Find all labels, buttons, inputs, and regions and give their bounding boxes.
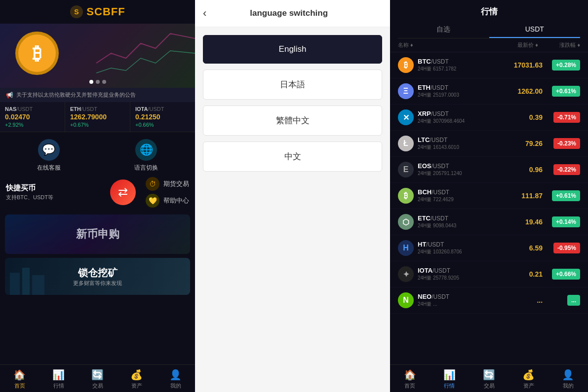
ticker-eth[interactable]: ETH/USDT 1262.79000 +0.67% — [65, 102, 130, 132]
back-button[interactable]: ‹ — [203, 7, 206, 20]
coin-icon-neo: N — [398, 292, 414, 308]
rnav-home[interactable]: 🏠 首页 — [390, 369, 430, 390]
middle-header: ‹ language switching — [195, 0, 390, 27]
coin-name-iota: IOTA/USDT — [418, 267, 480, 274]
futures-menu-item[interactable]: ⏱ 期货交易 — [146, 177, 189, 191]
help-icon: 💛 — [146, 194, 159, 208]
badge-btc: +0.28% — [552, 60, 580, 71]
rnav-trade[interactable]: 🔄 交易 — [469, 369, 509, 390]
rnav-assets-icon: 💰 — [522, 369, 535, 381]
feature-title: 快捷买币 — [6, 183, 53, 193]
coin-row-iota[interactable]: ✦ IOTA/USDT 24H量 25778.9205 0.21 +0.66% — [390, 261, 588, 287]
svg-rect-5 — [5, 214, 190, 254]
rnav-market[interactable]: 📊 行情 — [430, 369, 469, 390]
coin-vol-neo: 24H量 ... — [418, 301, 480, 308]
banner-dot-1 — [89, 80, 93, 84]
coin-price-eos: 0.96 — [480, 166, 543, 174]
coin-row-ht[interactable]: H HT/USDT 24H量 103260.8706 6.59 -0.95% — [390, 235, 588, 261]
lang-simplified-chinese[interactable]: 中文 — [203, 142, 382, 172]
ticker-row: NAS/USDT 0.02470 +2.92% ETH/USDT 1262.79… — [0, 102, 195, 132]
nav-assets[interactable]: 💰 资产 — [117, 369, 156, 390]
coin-row-bch[interactable]: ₿ BCH/USDT 24H量 722.4629 111.87 +0.61% — [390, 183, 588, 209]
help-label: 帮助中心 — [163, 196, 189, 205]
banner-dot-3 — [102, 80, 106, 84]
column-headers: 名称 ♦ 最新价 ♦ 涨跌幅 ♦ — [390, 38, 588, 52]
coin-row-btc[interactable]: ₿ BTC/USDT 24H量 6157.1782 17031.63 +0.28… — [390, 52, 588, 78]
promo-banner-mining[interactable]: 锁仓挖矿 更多财富等你来发现 — [5, 258, 190, 295]
promo-banner-new-coin[interactable]: 新币申购 — [5, 214, 190, 254]
badge-eth: +0.61% — [552, 86, 580, 97]
promo1-bg-decoration — [5, 214, 190, 254]
svg-text:S: S — [75, 8, 79, 16]
tab-watchlist[interactable]: 自选 — [398, 21, 489, 38]
coin-vol-bch: 24H量 722.4629 — [418, 196, 480, 203]
bitcoin-image: ₿ — [15, 31, 59, 75]
coin-info-bch: BCH/USDT 24H量 722.4629 — [418, 188, 480, 203]
nav-profile[interactable]: 👤 我的 — [156, 369, 195, 390]
coin-icon-xrp: ✕ — [398, 109, 414, 125]
quick-customer-service[interactable]: 💬 在线客服 — [37, 139, 61, 172]
lang-traditional-chinese[interactable]: 繁體中文 — [203, 106, 382, 136]
coin-name-eth: ETH/USDT — [418, 84, 480, 91]
ticker-iota[interactable]: IOTA/USDT 0.21250 +0.66% — [130, 102, 195, 132]
logo-icon: S — [70, 5, 83, 19]
ticker-eth-price: 1262.79000 — [70, 113, 125, 121]
rnav-assets[interactable]: 💰 资产 — [509, 369, 549, 390]
coin-price-xrp: 0.39 — [480, 113, 543, 121]
nav-market-label: 行情 — [53, 382, 64, 390]
coin-info-xrp: XRP/USDT 24H量 3070968.4604 — [418, 110, 480, 125]
coin-row-ltc[interactable]: Ł LTC/USDT 24H量 16143.6010 79.26 -0.23% — [390, 131, 588, 157]
lang-english[interactable]: English — [203, 35, 382, 64]
feature-icon-circle[interactable]: ⇄ — [110, 179, 136, 205]
coin-row-xrp[interactable]: ✕ XRP/USDT 24H量 3070968.4604 0.39 -0.71% — [390, 105, 588, 131]
coin-price-bch: 111.87 — [480, 192, 543, 200]
nav-trade[interactable]: 🔄 交易 — [78, 369, 117, 390]
coin-badge-iota: +0.66% — [543, 269, 580, 280]
middle-title: language switching — [212, 8, 365, 18]
badge-eos: -0.22% — [553, 164, 580, 175]
customer-service-icon: 💬 — [42, 143, 55, 156]
coin-vol-ht: 24H量 103260.8706 — [418, 249, 480, 255]
coin-badge-eos: -0.22% — [543, 164, 580, 175]
svg-rect-7 — [10, 273, 20, 295]
lang-japanese[interactable]: 日本語 — [203, 70, 382, 100]
coin-row-neo[interactable]: N NEO/USDT 24H量 ... ... ... — [390, 287, 588, 314]
coin-info-ht: HT/USDT 24H量 103260.8706 — [418, 241, 480, 255]
badge-bch: +0.61% — [552, 190, 580, 201]
coin-price-iota: 0.21 — [480, 270, 543, 278]
coin-price-ltc: 79.26 — [480, 140, 543, 147]
ticker-iota-change: +0.66% — [135, 122, 190, 128]
promo2-sub: 更多财富等你来发现 — [73, 280, 122, 287]
tab-usdt[interactable]: USDT — [489, 21, 581, 38]
rnav-home-icon: 🏠 — [404, 369, 416, 381]
rnav-market-icon: 📊 — [443, 369, 456, 381]
customer-service-icon-wrap: 💬 — [38, 139, 60, 161]
nav-market[interactable]: 📊 行情 — [39, 369, 78, 390]
feature-menu: ⏱ 期货交易 💛 帮助中心 — [146, 177, 189, 208]
rnav-profile[interactable]: 👤 我的 — [549, 369, 588, 390]
coin-icon-ht: H — [398, 240, 414, 256]
coin-row-eos[interactable]: E EOS/USDT 24H量 205791.1240 0.96 -0.22% — [390, 157, 588, 183]
coin-name-xrp: XRP/USDT — [418, 110, 480, 117]
badge-iota: +0.66% — [552, 269, 580, 280]
coin-price-ht: 6.59 — [480, 244, 543, 252]
coin-price-eth: 1262.00 — [480, 87, 543, 95]
ticker-nas-pair: NAS/USDT — [5, 106, 60, 112]
right-panel: 行情 自选 USDT 名称 ♦ 最新价 ♦ 涨跌幅 ♦ ₿ BTC/USDT 2… — [390, 0, 588, 392]
right-header: 行情 — [390, 0, 588, 21]
help-menu-item[interactable]: 💛 帮助中心 — [146, 194, 189, 208]
coin-row-eth[interactable]: Ξ ETH/USDT 24H量 25197.0003 1262.00 +0.61… — [390, 78, 588, 105]
banner-dot-2 — [96, 80, 100, 84]
ticker-nas[interactable]: NAS/USDT 0.02470 +2.92% — [0, 102, 65, 132]
coin-info-ltc: LTC/USDT 24H量 16143.6010 — [418, 136, 480, 151]
notice-text: 关于支持以太坊伦敦硬分叉并暂停充提业务的公告 — [16, 91, 136, 99]
coin-price-btc: 17031.63 — [480, 61, 543, 69]
coin-icon-ltc: Ł — [398, 136, 414, 151]
assets-icon: 💰 — [130, 369, 143, 381]
coin-row-etc[interactable]: ⬡ ETC/USDT 24H量 9098.0443 19.46 +0.14% — [390, 209, 588, 235]
coin-info-etc: ETC/USDT 24H量 9098.0443 — [418, 214, 480, 229]
nav-home[interactable]: 🏠 首页 — [0, 369, 39, 390]
col-change-header: 涨跌幅 ♦ — [538, 41, 580, 49]
quick-language[interactable]: 🌐 语言切换 — [134, 139, 158, 172]
col-name-header: 名称 ♦ — [398, 41, 468, 49]
